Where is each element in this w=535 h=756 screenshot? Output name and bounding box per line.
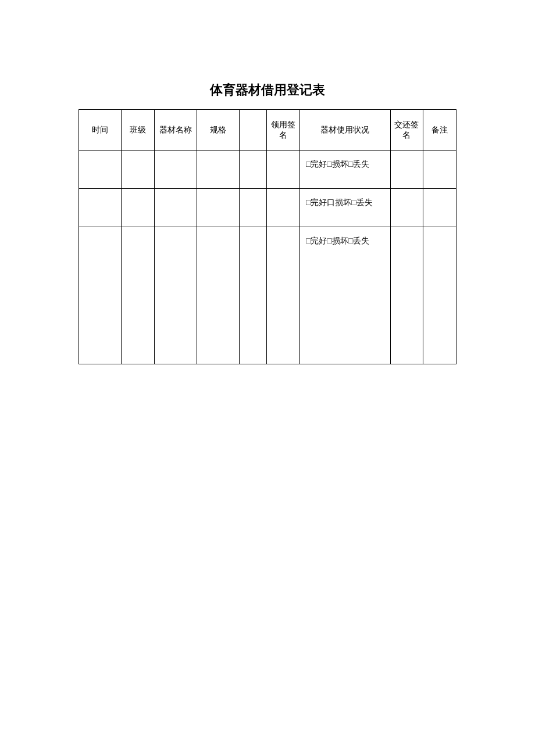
- table-row: □完好□损坏□丢失: [79, 151, 456, 189]
- header-equip-name: 器材名称: [154, 110, 197, 151]
- cell-note: [423, 151, 456, 189]
- header-receive-sign: 领用签名: [267, 110, 300, 151]
- cell-return-sign: [390, 151, 423, 189]
- table-row: □完好口损坏□丢失: [79, 189, 456, 227]
- header-class: 班级: [122, 110, 155, 151]
- cell-spec: [197, 227, 239, 364]
- header-time: 时间: [79, 110, 122, 151]
- cell-equip-name: [154, 227, 197, 364]
- cell-note: [423, 227, 456, 364]
- cell-time: [79, 189, 122, 227]
- cell-return-sign: [390, 227, 423, 364]
- table-row: □完好□损坏□丢失: [79, 227, 456, 364]
- document-page: 体育器材借用登记表 时间 班级 器材名称 规格 领用签名 器材使用状况 交还签名: [0, 0, 535, 364]
- table-header-row: 时间 班级 器材名称 规格 领用签名 器材使用状况 交还签名 备注: [79, 110, 456, 151]
- cell-note: [423, 189, 456, 227]
- cell-time: [79, 151, 122, 189]
- cell-equip-name: [154, 189, 197, 227]
- cell-spec: [197, 151, 239, 189]
- header-blank: [240, 110, 267, 151]
- cell-receive-sign: [267, 227, 300, 364]
- cell-status: □完好□损坏□丢失: [299, 151, 390, 189]
- cell-time: [79, 227, 122, 364]
- cell-class: [122, 227, 155, 364]
- cell-return-sign: [390, 189, 423, 227]
- page-title: 体育器材借用登记表: [79, 81, 456, 99]
- header-spec: 规格: [197, 110, 239, 151]
- cell-blank: [240, 189, 267, 227]
- header-return-sign: 交还签名: [390, 110, 423, 151]
- cell-blank: [240, 151, 267, 189]
- cell-class: [122, 151, 155, 189]
- header-note: 备注: [423, 110, 456, 151]
- cell-receive-sign: [267, 189, 300, 227]
- cell-blank: [240, 227, 267, 364]
- cell-equip-name: [154, 151, 197, 189]
- cell-class: [122, 189, 155, 227]
- cell-receive-sign: [267, 151, 300, 189]
- cell-status: □完好□损坏□丢失: [299, 227, 390, 364]
- registration-table: 时间 班级 器材名称 规格 领用签名 器材使用状况 交还签名 备注 □完好□损坏…: [79, 109, 456, 364]
- cell-status: □完好口损坏□丢失: [299, 189, 390, 227]
- cell-spec: [197, 189, 239, 227]
- header-status: 器材使用状况: [299, 110, 390, 151]
